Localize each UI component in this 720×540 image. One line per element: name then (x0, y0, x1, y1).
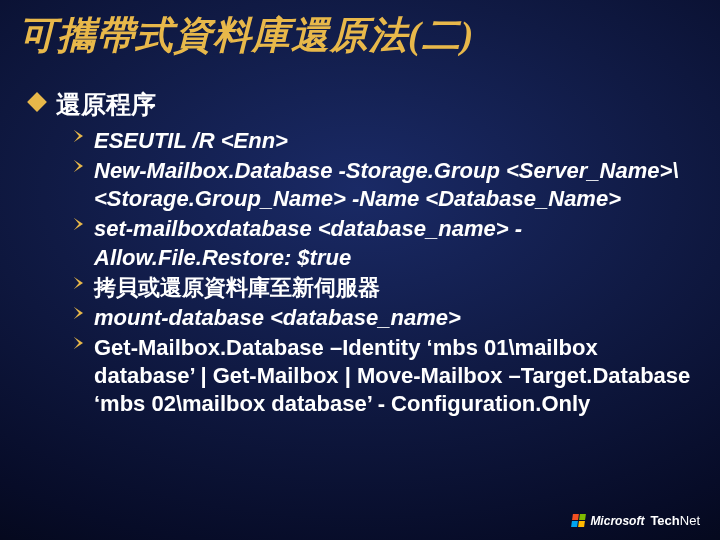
step-text: set-mailboxdatabase <database_name> - Al… (94, 216, 522, 269)
step-text: Get-Mailbox.Database –Identity ‘mbs 01\m… (94, 335, 690, 416)
chevron-icon (74, 337, 83, 349)
step-text: 拷貝或還原資料庫至新伺服器 (94, 275, 380, 300)
section-heading-row: 還原程序 (28, 88, 698, 121)
chevron-icon (74, 160, 83, 172)
technet-wordmark: TechNet (650, 513, 700, 528)
section-heading: 還原程序 (56, 91, 156, 118)
microsoft-logo: Microsoft (572, 514, 644, 528)
chevron-icon (74, 307, 83, 319)
technet-tech: Tech (650, 513, 679, 528)
microsoft-wordmark: Microsoft (590, 514, 644, 528)
step-text: mount-database <database_name> (94, 305, 461, 330)
list-item: set-mailboxdatabase <database_name> - Al… (74, 215, 698, 271)
steps-list: ESEUTIL /R <Enn> New-Mailbox.Database -S… (28, 127, 698, 419)
list-item: ESEUTIL /R <Enn> (74, 127, 698, 155)
list-item: 拷貝或還原資料庫至新伺服器 (74, 274, 698, 302)
chevron-icon (74, 277, 83, 289)
list-item: New-Mailbox.Database -Storage.Group <Ser… (74, 157, 698, 213)
step-text: ESEUTIL /R <Enn> (94, 128, 288, 153)
slide-body: 還原程序 ESEUTIL /R <Enn> New-Mailbox.Databa… (28, 88, 698, 421)
microsoft-flag-icon (571, 514, 586, 527)
diamond-bullet-icon (27, 92, 47, 112)
slide-title: 可攜帶式資料庫還原法(二) (18, 10, 702, 61)
list-item: mount-database <database_name> (74, 304, 698, 332)
chevron-icon (74, 130, 83, 142)
chevron-icon (74, 218, 83, 230)
footer: Microsoft TechNet (572, 513, 700, 528)
slide: 可攜帶式資料庫還原法(二) 還原程序 ESEUTIL /R <Enn> New-… (0, 0, 720, 540)
step-text: New-Mailbox.Database -Storage.Group <Ser… (94, 158, 678, 211)
list-item: Get-Mailbox.Database –Identity ‘mbs 01\m… (74, 334, 698, 418)
technet-net: Net (680, 513, 700, 528)
